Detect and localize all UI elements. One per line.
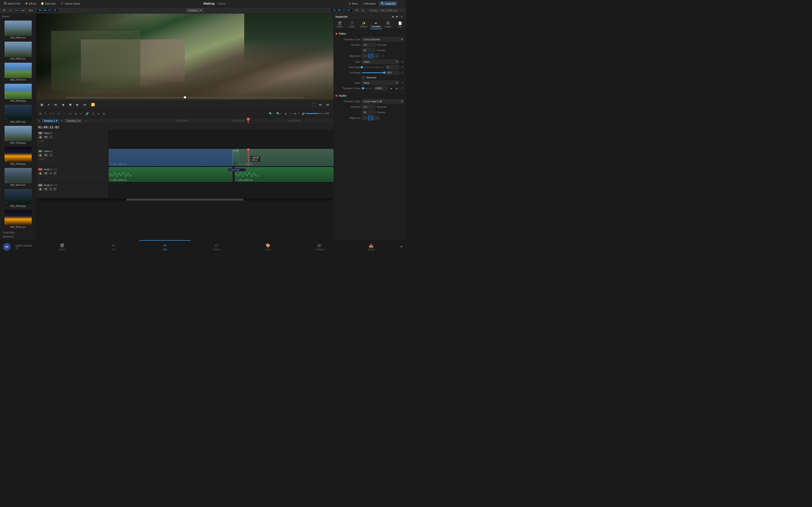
align-center-btn[interactable]: ⊢⊣ <box>368 54 373 58</box>
list-item[interactable]: ▭ IMG_4180.jpeg <box>1 147 35 166</box>
clip-v1-1[interactable]: 📎 IMG_0395.mov <box>109 149 233 166</box>
end-ratio-slider[interactable] <box>362 72 384 73</box>
tab-transition[interactable]: ⇌ Transition <box>370 20 382 29</box>
skip-end-btn[interactable]: ⏭ <box>318 102 323 107</box>
redo-btn[interactable]: ↪ <box>14 8 19 12</box>
nav-color[interactable]: 🎨 Color <box>242 240 294 253</box>
tl-trim-btn[interactable]: ⊢⊣ <box>49 111 56 116</box>
tl-slide-btn[interactable]: ⇔ <box>68 111 72 116</box>
audio-align-right-btn[interactable]: ⊢ <box>374 116 379 120</box>
tl-link-btn[interactable]: 🔗 <box>84 111 90 116</box>
transition-curve-reset-btn[interactable]: ↺ <box>401 87 404 90</box>
effects-btn[interactable]: ✨ Effects <box>23 1 38 6</box>
nav-cut[interactable]: ✂ Cut <box>88 240 139 253</box>
tab-effects[interactable]: ✨ Effects <box>358 20 370 29</box>
more-tools-btn[interactable]: ••• <box>20 9 26 12</box>
end-ratio-value[interactable]: 100 <box>386 71 399 75</box>
tab-video[interactable]: 🎬 Video <box>334 20 346 29</box>
nav-fairlight[interactable]: 🎼 Fairlight <box>294 240 345 253</box>
list-item[interactable]: ▭ IMG_8724.mov <box>1 210 35 229</box>
nav-edit[interactable]: ✏ Edit <box>139 240 191 253</box>
frame-select-chevron[interactable]: ▾ <box>46 102 51 107</box>
tl-more-zoom-btn[interactable]: ◈ <box>284 111 288 116</box>
nav-media[interactable]: 🎬 Media <box>36 240 88 253</box>
track-content-v1[interactable]: 📎 IMG_0395.mov Cross Dissolve 📎 IMG_0408… <box>109 149 334 166</box>
transition-curve-value[interactable]: 0.098 <box>374 86 388 90</box>
track-s-a1[interactable]: S <box>49 172 52 175</box>
inspector-close-btn[interactable]: ✕ <box>399 15 404 18</box>
preview-scrubber[interactable] <box>66 97 304 98</box>
frame-select-btn[interactable]: ▣ <box>39 102 45 107</box>
settings-btn[interactable]: ⚙ <box>354 8 359 12</box>
audio-align-center-btn[interactable]: ⊢⊣ <box>368 116 373 120</box>
track-lock-v1[interactable]: 🔒 <box>38 154 43 157</box>
alignment-reset-btn[interactable]: ↺ <box>381 54 385 58</box>
clip-v1-2[interactable]: 📎 IMG_0408.mov <box>235 149 334 166</box>
tl-slip-btn[interactable]: ↔ <box>62 111 67 116</box>
tl-marker-btn[interactable]: ◈ <box>102 111 106 116</box>
step-back-btn[interactable]: ◀ <box>60 102 65 107</box>
metadata-btn[interactable]: ℹ Metadata <box>362 1 377 6</box>
mixer-btn[interactable]: 🎚 Mixer <box>347 2 360 6</box>
audio-frames-value[interactable]: 41 <box>362 110 375 114</box>
more-btn-2[interactable]: ••• <box>360 9 366 12</box>
inspector-btn[interactable]: 🔍 Inspector <box>379 1 397 6</box>
nav-deliver[interactable]: 📤 Deliver <box>346 240 397 253</box>
end-ratio-reset-btn[interactable]: ↺ <box>401 71 404 74</box>
transition-type-dropdown[interactable]: Cross Dissolve ▾ <box>362 37 404 42</box>
track-clip-v1[interactable]: ▭ <box>49 154 53 157</box>
list-item[interactable]: ▭ IMG_0997.heic <box>1 104 35 124</box>
go-to-start-btn[interactable]: ⏮ <box>53 102 58 107</box>
tab-timeline1[interactable]: Timeline 1 ▾ <box>42 119 59 123</box>
loop-btn[interactable]: 🔁 <box>90 102 96 107</box>
media-pool-btn[interactable]: 🎬 Media Pool <box>2 1 22 6</box>
keywords-item[interactable]: Keywords <box>2 234 34 238</box>
ease-reset-btn[interactable]: ↺ <box>401 81 404 84</box>
panel-options-btn[interactable]: ⋯ <box>399 8 404 12</box>
align-right-btn[interactable]: ⊢ <box>374 54 379 58</box>
reverse-checkbox[interactable] <box>362 76 365 79</box>
track-cam-a1[interactable]: 📷 <box>44 172 48 175</box>
tl-zoom-out-btn[interactable]: 🔍- <box>268 111 274 116</box>
nav-fusion[interactable]: ⬡ Fusion <box>191 240 242 253</box>
list-item[interactable]: ▭ IMG_8200.jpeg <box>1 188 35 208</box>
tl-minus-btn[interactable]: — <box>289 111 294 116</box>
list-item[interactable]: ▭ IMG_1938.jpeg <box>1 125 35 145</box>
style-reset-btn[interactable]: ↺ <box>401 60 404 64</box>
more-options-btn[interactable]: ⋯ <box>399 2 404 5</box>
track-m-a1[interactable]: M <box>53 172 57 175</box>
close-timeline2-btn[interactable]: ✕ <box>61 119 63 122</box>
track-content-a1[interactable]: 📎 IMG_0395.mov Cross Fade <box>109 167 334 182</box>
track-cam-v1[interactable]: 📷 <box>44 154 48 157</box>
volume-slider[interactable] <box>306 113 324 114</box>
workspace-icon[interactable]: ⊞ <box>2 8 7 12</box>
tl-plus-btn[interactable]: + <box>297 111 301 116</box>
audio-transition-type-dropdown[interactable]: Cross Fade 0 dB ▾ <box>362 99 404 103</box>
smart-bins-item[interactable]: Smart Bins <box>2 230 34 234</box>
track-lock-v2[interactable]: 🔒 <box>38 135 43 139</box>
transition-curve-left-btn[interactable]: ◀ <box>389 87 393 90</box>
track-cam-v2[interactable]: 📷 <box>44 135 48 139</box>
tl-razor-btn[interactable]: ✂ <box>57 111 61 116</box>
inspector-next-btn[interactable]: ▶ <box>395 15 399 18</box>
tl-select-btn[interactable]: ↖ <box>44 111 48 116</box>
transition-curve-right-btn[interactable]: ▶ <box>395 87 399 90</box>
close-timeline1-btn[interactable]: ✕ <box>38 119 40 122</box>
add-timeline-btn[interactable]: + <box>84 119 89 123</box>
audio-clip-a1-2[interactable]: 📎 IMG_0408.mov <box>235 167 334 182</box>
list-item[interactable]: ▭ IMG_4624.heic <box>1 168 35 187</box>
audio-duration-value[interactable]: 1.4 <box>362 105 375 109</box>
tl-grid-btn[interactable]: ⊞ <box>38 111 43 116</box>
fullscreen-btn[interactable]: ⛶ <box>310 102 316 107</box>
timeline-scrollbar[interactable] <box>38 199 332 201</box>
align-left-btn[interactable]: ⊣ <box>362 54 367 58</box>
tl-draw-btn[interactable]: ✏ <box>79 111 83 116</box>
track-lock-a1[interactable]: 🔒 <box>38 172 43 175</box>
track-m-a2[interactable]: M <box>53 187 57 191</box>
list-item[interactable]: ▭ IMG_0994.jpeg <box>1 83 35 103</box>
timeline-selector[interactable]: Timeline 1 ▾ <box>186 8 203 12</box>
tab-file[interactable]: 📄 File <box>394 20 406 29</box>
track-clip-v2[interactable]: ▭ <box>49 135 53 139</box>
start-ratio-value[interactable]: 0 <box>386 65 399 69</box>
style-dropdown[interactable]: Video ▾ <box>362 60 399 64</box>
